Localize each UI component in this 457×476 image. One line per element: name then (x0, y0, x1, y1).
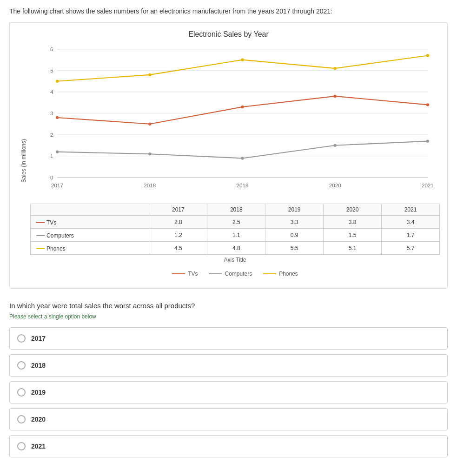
table-header: 2017 (149, 204, 207, 216)
table-cell: 1.1 (207, 229, 265, 242)
table-cell: 1.2 (149, 229, 207, 242)
svg-text:3: 3 (50, 110, 53, 116)
svg-point-33 (333, 67, 336, 70)
table-cell: 0.9 (265, 229, 324, 242)
svg-text:2: 2 (50, 132, 53, 138)
table-header (31, 204, 149, 216)
svg-text:2019: 2019 (236, 182, 248, 188)
table-cell: 3.4 (382, 216, 440, 229)
chart-title: Electronic Sales by Year (17, 30, 440, 39)
svg-text:4: 4 (50, 89, 53, 95)
svg-text:0: 0 (50, 174, 53, 180)
svg-text:2018: 2018 (144, 182, 156, 188)
svg-text:2020: 2020 (329, 182, 341, 188)
svg-point-27 (241, 157, 244, 159)
x-axis-title: Axis Title (30, 257, 440, 263)
option-label-2018: 2018 (31, 362, 46, 369)
options-container: 20172018201920202021 (9, 327, 448, 457)
legend-label: Phones (279, 271, 298, 277)
svg-text:6: 6 (50, 46, 53, 52)
chart-legend: TVsComputersPhones (30, 271, 440, 277)
legend-label: TVs (188, 271, 198, 277)
table-cell: 2.8 (149, 216, 207, 229)
radio-2017[interactable] (17, 334, 26, 343)
svg-text:5: 5 (50, 67, 53, 73)
table-cell: 4.5 (149, 242, 207, 255)
table-cell: 3.8 (324, 216, 382, 229)
svg-point-30 (56, 80, 59, 83)
svg-point-25 (56, 150, 59, 153)
y-axis-label: Sales (in millions) (17, 44, 30, 277)
intro-text: The following chart shows the sales numb… (9, 7, 448, 15)
table-row-label: TVs (31, 216, 149, 229)
table-row: Computers1.21.10.91.51.7 (31, 229, 440, 242)
table-header: 2020 (324, 204, 382, 216)
svg-point-34 (426, 54, 429, 57)
svg-point-32 (241, 58, 244, 61)
svg-text:1: 1 (50, 153, 53, 159)
table-cell: 5.7 (382, 242, 440, 255)
chart-inner: 012345620172018201920202021 201720182019… (30, 44, 440, 277)
table-row-label: Computers (31, 229, 149, 242)
option-label-2021: 2021 (31, 443, 46, 450)
table-cell: 1.5 (324, 229, 382, 242)
radio-2021[interactable] (17, 442, 26, 450)
legend-item: Phones (263, 271, 298, 277)
svg-point-29 (426, 139, 429, 142)
table-row: TVs2.82.53.33.83.4 (31, 216, 440, 229)
chart-data-table: 20172018201920202021TVs2.82.53.33.83.4Co… (30, 204, 440, 255)
option-2021[interactable]: 2021 (9, 435, 448, 457)
chart-container: Electronic Sales by Year Sales (in milli… (9, 22, 448, 289)
svg-point-21 (148, 123, 151, 126)
question-text: In which year were total sales the worst… (9, 302, 448, 310)
table-cell: 2.5 (207, 216, 265, 229)
table-header: 2019 (265, 204, 324, 216)
option-2020[interactable]: 2020 (9, 408, 448, 430)
svg-point-31 (148, 73, 151, 76)
svg-point-28 (333, 144, 336, 147)
svg-point-26 (148, 152, 151, 155)
legend-item: Computers (209, 271, 252, 277)
svg-text:2017: 2017 (51, 182, 63, 188)
svg-wrapper: 012345620172018201920202021 (30, 44, 440, 204)
table-row-label: Phones (31, 242, 149, 255)
radio-2018[interactable] (17, 361, 26, 370)
svg-point-20 (56, 116, 59, 119)
table-header: 2021 (382, 204, 440, 216)
table-cell: 3.3 (265, 216, 324, 229)
table-cell: 5.1 (324, 242, 382, 255)
chart-area: Sales (in millions) 01234562017201820192… (17, 44, 440, 277)
option-label-2020: 2020 (31, 416, 46, 423)
option-2018[interactable]: 2018 (9, 354, 448, 377)
table-cell: 5.5 (265, 242, 324, 255)
svg-point-22 (241, 106, 244, 108)
legend-label: Computers (225, 271, 252, 277)
option-label-2019: 2019 (31, 389, 46, 396)
legend-item: TVs (172, 271, 198, 277)
table-row: Phones4.54.85.55.15.7 (31, 242, 440, 255)
radio-2019[interactable] (17, 388, 26, 397)
option-2017[interactable]: 2017 (9, 327, 448, 350)
svg-point-23 (333, 95, 336, 98)
line-chart-svg: 012345620172018201920202021 (30, 44, 440, 202)
svg-point-24 (426, 103, 429, 106)
option-label-2017: 2017 (31, 335, 46, 342)
option-2019[interactable]: 2019 (9, 381, 448, 403)
radio-2020[interactable] (17, 415, 26, 423)
table-cell: 4.8 (207, 242, 265, 255)
table-header: 2018 (207, 204, 265, 216)
select-hint: Please select a single option below (9, 313, 448, 320)
svg-text:2021: 2021 (422, 182, 434, 188)
table-cell: 1.7 (382, 229, 440, 242)
